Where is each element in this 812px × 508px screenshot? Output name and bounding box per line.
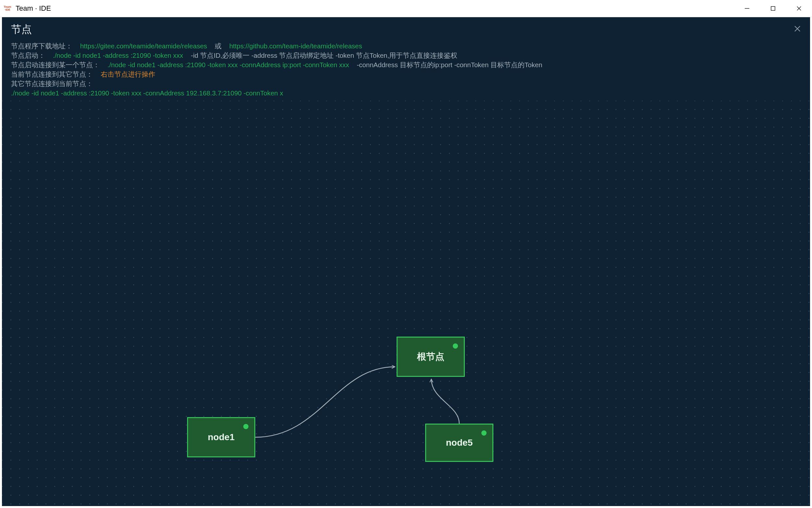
info-or: 或	[215, 42, 221, 50]
window-titlebar: Team·IDE Team · IDE	[0, 0, 812, 17]
info-cmd: ./node -id node1 -address :21090 -token …	[53, 52, 183, 59]
graph-node-root[interactable]: 根节点	[397, 337, 465, 377]
info-row-connect: 节点启动连接到某一个节点： ./node -id node1 -address …	[11, 60, 801, 70]
maximize-button[interactable]	[760, 0, 786, 17]
app-area: 节点 节点程序下载地址： https://gitee.com/teamide/t…	[2, 17, 810, 506]
graph-node-node1[interactable]: node1	[187, 417, 255, 457]
graph-node-node5[interactable]: node5	[425, 424, 493, 462]
panel-close-button[interactable]	[794, 24, 801, 34]
download-link-github[interactable]: https://github.com/team-ide/teamide/rele…	[229, 42, 362, 50]
info-row-current: 当前节点连接到其它节点： 右击节点进行操作	[11, 70, 801, 79]
info-label: 当前节点连接到其它节点：	[11, 71, 93, 78]
edge-layer	[2, 101, 810, 506]
app-logo-text: Team·IDE	[4, 5, 11, 11]
info-hint: 右击节点进行操作	[101, 71, 155, 78]
panel-title: 节点	[11, 23, 32, 37]
svg-rect-1	[771, 6, 775, 10]
minimize-button[interactable]	[734, 0, 760, 17]
node-canvas[interactable]: 根节点 node1 node5	[2, 101, 810, 506]
info-label: 其它节点连接到当前节点：	[11, 80, 93, 87]
panel-header: 节点	[2, 17, 810, 42]
download-link-gitee[interactable]: https://gitee.com/teamide/teamide/releas…	[80, 42, 207, 50]
status-dot-icon	[243, 424, 248, 429]
window-controls	[734, 0, 812, 17]
info-row-download: 节点程序下载地址： https://gitee.com/teamide/team…	[11, 42, 801, 51]
edge-node1-root	[255, 367, 395, 437]
info-block: 节点程序下载地址： https://gitee.com/teamide/team…	[2, 42, 810, 101]
info-desc: -connAddress 目标节点的ip:port -connToken 目标节…	[357, 61, 542, 69]
info-label: 节点启动连接到某一个节点：	[11, 61, 100, 69]
info-desc: -id 节点ID,必须唯一 -address 节点启动绑定地址 -token 节…	[191, 52, 458, 59]
info-cmd: ./node -id node1 -address :21090 -token …	[108, 61, 349, 69]
status-dot-icon	[481, 430, 487, 436]
window-title: Team · IDE	[15, 4, 51, 13]
node-label: 根节点	[417, 350, 444, 363]
edge-node5-root	[431, 379, 459, 424]
status-dot-icon	[453, 343, 458, 349]
node-label: node5	[446, 437, 473, 448]
info-label: 节点启动：	[11, 52, 45, 59]
window-close-button[interactable]	[786, 0, 812, 17]
info-row-start: 节点启动： ./node -id node1 -address :21090 -…	[11, 51, 801, 60]
app-logo: Team·IDE	[3, 4, 12, 13]
info-label: 节点程序下载地址：	[11, 42, 73, 50]
info-row-other: 其它节点连接到当前节点：	[11, 79, 801, 88]
node-label: node1	[208, 432, 235, 442]
info-row-other-cmd: ./node -id node1 -address :21090 -token …	[11, 89, 801, 98]
info-cmd: ./node -id node1 -address :21090 -token …	[11, 89, 283, 97]
